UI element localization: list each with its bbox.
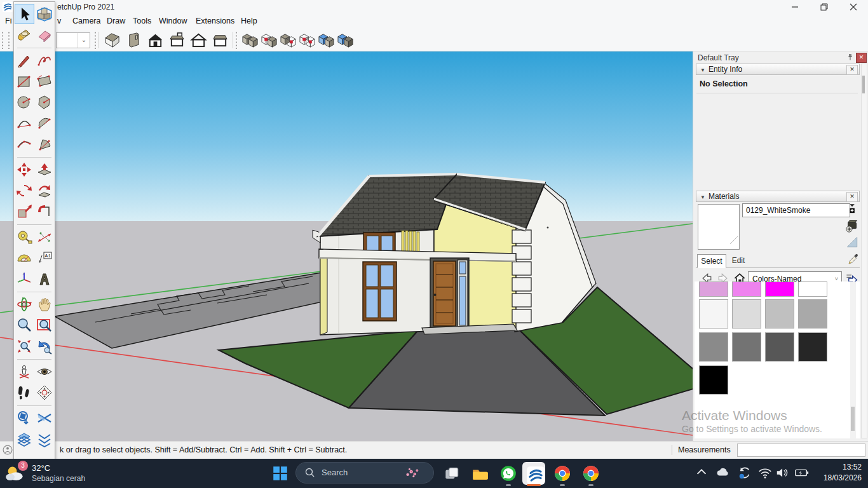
viewport-3d[interactable] xyxy=(0,51,693,441)
material-swatch[interactable] xyxy=(732,299,761,329)
menu-item-fi[interactable]: Fi xyxy=(4,14,13,29)
tray-close-button[interactable]: ✕ xyxy=(856,53,867,63)
menu-item-draw[interactable]: Draw xyxy=(105,14,126,29)
onedrive-icon[interactable] xyxy=(715,465,731,480)
tray-scrollbar[interactable] xyxy=(861,64,867,438)
house-model[interactable] xyxy=(313,174,596,335)
rotated-rectangle-tool[interactable] xyxy=(35,71,55,92)
display-section-planes-button[interactable] xyxy=(259,30,280,49)
line-tool[interactable] xyxy=(15,50,34,71)
swatch-scrollbar[interactable] xyxy=(850,281,856,438)
collapse-caret-icon[interactable]: ▼ xyxy=(700,194,705,200)
display-section-cuts-button[interactable] xyxy=(278,30,299,49)
section-blue-2-button[interactable] xyxy=(336,30,356,49)
whatsapp-button[interactable] xyxy=(499,464,517,482)
weather-widget[interactable]: 3 32°C Sebagian cerah xyxy=(5,461,132,485)
rectangle-tool[interactable] xyxy=(15,71,34,92)
material-swatch[interactable] xyxy=(699,281,728,297)
material-swatch[interactable] xyxy=(798,332,827,362)
entity-info-close-button[interactable]: ✕ xyxy=(846,65,858,75)
view-front-button[interactable] xyxy=(145,30,165,49)
toolbar-grip[interactable] xyxy=(94,31,97,49)
zoom-extents-tool[interactable] xyxy=(15,336,34,356)
push-pull-tool[interactable] xyxy=(35,159,55,180)
text-tool[interactable]: A1 xyxy=(35,248,55,268)
create-material-button[interactable] xyxy=(844,218,860,233)
volume-icon[interactable] xyxy=(775,465,790,480)
dimension-tool[interactable] xyxy=(35,227,55,247)
paint-bucket-tool[interactable] xyxy=(15,25,34,45)
material-swatch[interactable] xyxy=(798,299,827,329)
tape-measure-tool[interactable] xyxy=(15,227,34,247)
menu-item-extensions[interactable]: Extensions xyxy=(194,14,236,29)
geolocation-icon[interactable] xyxy=(1,444,14,456)
orbit-tool[interactable] xyxy=(15,294,34,315)
material-swatch[interactable] xyxy=(699,299,728,329)
view-back-button[interactable] xyxy=(166,30,187,49)
axes-tool[interactable] xyxy=(15,269,34,289)
view-iso-button[interactable] xyxy=(102,30,122,49)
material-swatch[interactable] xyxy=(765,281,794,297)
chrome-button-1[interactable] xyxy=(553,464,571,482)
pie-tool[interactable] xyxy=(35,134,55,154)
view-top-button[interactable] xyxy=(123,30,144,49)
zoom-tool[interactable] xyxy=(15,315,34,336)
material-swatch[interactable] xyxy=(798,281,827,297)
sync-icon[interactable] xyxy=(737,465,752,480)
section-fill-tool[interactable] xyxy=(15,429,34,449)
material-name-field[interactable]: 0129_WhiteSmoke xyxy=(742,203,850,217)
menu-item-help[interactable]: Help xyxy=(240,14,259,29)
collapse-caret-icon[interactable]: ▼ xyxy=(700,67,705,73)
offset-tool[interactable] xyxy=(35,201,55,222)
material-swatch[interactable] xyxy=(699,332,728,362)
material-swatch[interactable] xyxy=(732,332,761,362)
menu-item-v[interactable]: v xyxy=(56,14,62,29)
previous-tool[interactable] xyxy=(35,336,55,356)
zoom-window-tool[interactable] xyxy=(35,315,55,336)
freehand-tool[interactable] xyxy=(35,50,55,71)
view-right-button[interactable] xyxy=(210,30,230,49)
menu-item-camera[interactable]: Camera xyxy=(71,14,102,29)
look-around-tool[interactable] xyxy=(35,362,55,382)
eyedropper-icon[interactable] xyxy=(847,253,860,266)
tab-edit[interactable]: Edit xyxy=(726,254,750,267)
materials-header[interactable]: ▼Materials ✕ xyxy=(696,191,860,202)
display-secondary-pane-button[interactable] xyxy=(846,203,858,215)
material-swatch[interactable] xyxy=(765,299,794,329)
section-plane-tool[interactable] xyxy=(35,383,55,403)
materials-close-button[interactable]: ✕ xyxy=(846,192,858,202)
menu-item-window[interactable]: Window xyxy=(158,14,188,29)
chrome-button-2[interactable] xyxy=(582,464,600,482)
start-button[interactable] xyxy=(271,464,289,482)
pan-tool[interactable] xyxy=(35,294,55,315)
position-camera-tool[interactable] xyxy=(15,362,34,382)
rotate-tool[interactable] xyxy=(15,180,34,201)
battery-icon[interactable] xyxy=(794,465,810,480)
two-point-arc-tool[interactable] xyxy=(15,113,34,133)
measurements-input[interactable] xyxy=(737,444,865,457)
3d-text-tool[interactable] xyxy=(35,269,55,289)
polygon-tool[interactable] xyxy=(35,92,55,112)
follow-me-tool[interactable] xyxy=(35,180,55,201)
entity-info-header[interactable]: ▼Entity Info ✕ xyxy=(696,64,860,75)
three-point-arc-tool[interactable] xyxy=(15,134,34,154)
section-cuts-tool[interactable] xyxy=(35,408,55,428)
chevron-down-icon[interactable]: ⌄ xyxy=(78,33,90,48)
make-component-tool[interactable] xyxy=(35,4,55,24)
toolbar-grip[interactable] xyxy=(8,31,10,49)
select-tool[interactable] xyxy=(15,4,34,24)
material-preview[interactable] xyxy=(698,204,740,250)
pin-icon[interactable] xyxy=(846,53,855,62)
close-button[interactable] xyxy=(839,0,868,14)
tab-select[interactable]: Select xyxy=(697,254,726,268)
toolbar-grip[interactable] xyxy=(1,31,4,49)
minimize-button[interactable] xyxy=(780,0,810,14)
restore-button[interactable] xyxy=(810,0,839,14)
material-swatch[interactable] xyxy=(732,281,761,297)
section-blue-1-button[interactable] xyxy=(316,30,337,49)
display-section-fill-button[interactable] xyxy=(297,30,318,49)
material-swatch[interactable] xyxy=(699,365,728,395)
file-explorer-button[interactable] xyxy=(471,464,489,482)
circle-tool[interactable] xyxy=(15,92,34,112)
sample-paint-button[interactable] xyxy=(846,236,858,248)
